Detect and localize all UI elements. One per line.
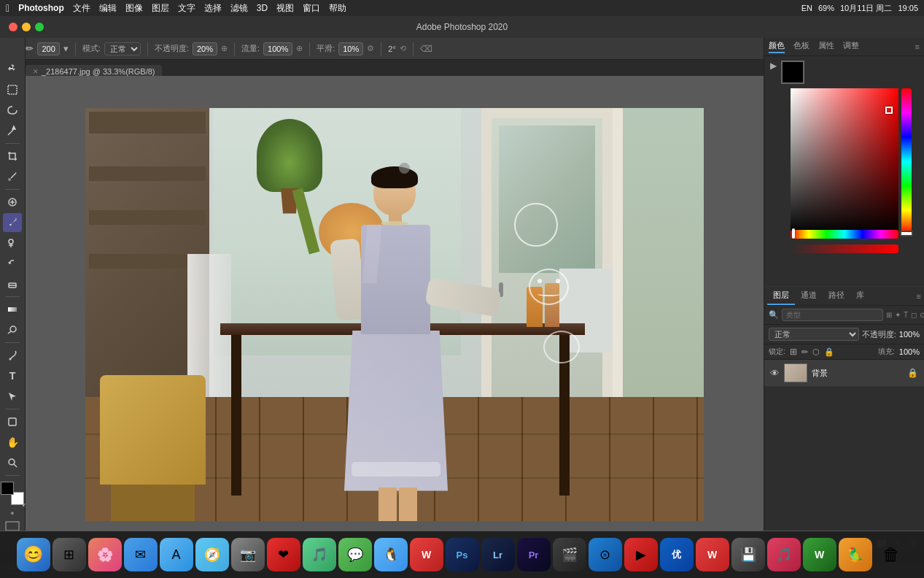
dock-wechat[interactable]: 💬 bbox=[338, 538, 372, 571]
lock-position-icon[interactable]: ✏ bbox=[801, 347, 808, 357]
quick-mask-btn[interactable]: ● bbox=[10, 509, 14, 517]
magic-wand-tool[interactable] bbox=[3, 121, 22, 140]
panel-menu-icon[interactable]: ≡ bbox=[915, 42, 920, 51]
brush-tool active[interactable] bbox=[3, 213, 22, 232]
filter-smart-icon[interactable]: ⊙ bbox=[920, 311, 924, 319]
dock-itunes[interactable]: 🎵 bbox=[767, 538, 801, 571]
maximize-button[interactable] bbox=[35, 23, 44, 31]
dock-photoshop[interactable]: Ps bbox=[446, 538, 479, 571]
close-button[interactable] bbox=[9, 23, 18, 31]
clone-stamp-tool[interactable] bbox=[3, 234, 22, 253]
blend-mode-select[interactable]: 正常 bbox=[104, 42, 141, 55]
layer-filter-input[interactable] bbox=[782, 309, 883, 321]
menu-help[interactable]: 帮助 bbox=[329, 2, 346, 15]
lock-artboard-icon[interactable]: ⬡ bbox=[812, 347, 820, 357]
menu-window[interactable]: 窗口 bbox=[303, 2, 320, 15]
alpha-slider[interactable] bbox=[791, 244, 898, 253]
dock-wps[interactable]: W bbox=[410, 538, 443, 571]
dock-finder[interactable]: 😊 bbox=[17, 538, 50, 571]
hand-tool[interactable]: ✋ bbox=[3, 433, 22, 452]
app-name-menu[interactable]: Photoshop bbox=[18, 3, 64, 13]
file-tab[interactable]: ✕ _2186477.jpg @ 33.3%(RGB/8) bbox=[26, 65, 162, 76]
dock-trash[interactable]: 🗑 bbox=[874, 538, 908, 571]
dock-qq[interactable]: 🐧 bbox=[374, 538, 408, 571]
dock-app-red[interactable]: ❤ bbox=[267, 538, 300, 571]
pressure-flow-icon[interactable]: ⊕ bbox=[296, 44, 303, 53]
dock-premiere[interactable]: Pr bbox=[517, 538, 551, 571]
smooth-value[interactable]: 10% bbox=[338, 42, 363, 55]
rotate-icon[interactable]: ⟲ bbox=[400, 44, 406, 53]
dock-wps3[interactable]: W bbox=[803, 538, 836, 571]
minimize-button[interactable] bbox=[22, 23, 31, 31]
menu-file[interactable]: 文件 bbox=[73, 2, 90, 15]
menu-image[interactable]: 图像 bbox=[125, 2, 143, 15]
opacity-value[interactable]: 20% bbox=[193, 42, 217, 55]
tab-swatches[interactable]: 色板 bbox=[793, 40, 810, 53]
filter-shape-icon[interactable]: ◻ bbox=[911, 311, 917, 319]
gradient-tool[interactable] bbox=[3, 300, 22, 319]
dock-app-red2[interactable]: ▶ bbox=[624, 538, 658, 571]
layer-blend-select[interactable]: 正常 bbox=[769, 328, 859, 341]
dock-youku[interactable]: 优 bbox=[660, 538, 694, 571]
brush-size-display[interactable]: 200 bbox=[37, 42, 59, 55]
dock-photos[interactable]: 🌸 bbox=[88, 538, 122, 571]
spectrum-bar[interactable] bbox=[901, 88, 912, 234]
tab-layers[interactable]: 图层 bbox=[767, 287, 795, 305]
menu-type[interactable]: 文字 bbox=[178, 2, 195, 15]
foreground-color-picker[interactable] bbox=[781, 61, 804, 84]
flow-value[interactable]: 100% bbox=[263, 42, 292, 55]
path-select-tool[interactable] bbox=[3, 387, 22, 406]
tab-properties[interactable]: 属性 bbox=[818, 40, 834, 53]
brush-options-btn[interactable]: ▾ bbox=[63, 43, 69, 54]
filter-text-icon[interactable]: T bbox=[904, 311, 908, 319]
menu-select[interactable]: 选择 bbox=[204, 2, 222, 15]
tab-paths[interactable]: 路径 bbox=[823, 287, 850, 305]
dock-char[interactable]: 🦜 bbox=[839, 538, 872, 571]
menu-filter[interactable]: 滤镜 bbox=[230, 2, 248, 15]
lock-all-icon[interactable]: 🔒 bbox=[824, 347, 834, 357]
filter-adj-icon[interactable]: ✦ bbox=[895, 311, 901, 319]
pressure-opacity-icon[interactable]: ⊕ bbox=[221, 44, 228, 53]
lasso-tool[interactable] bbox=[3, 101, 22, 120]
dock-music[interactable]: 🎵 bbox=[303, 538, 336, 571]
close-tab-icon[interactable]: ✕ bbox=[33, 68, 39, 75]
dodge-tool[interactable] bbox=[3, 320, 22, 339]
crop-tool[interactable] bbox=[3, 147, 22, 166]
layer-row-background[interactable]: 👁 背景 🔒 bbox=[764, 360, 924, 387]
type-tool[interactable]: T bbox=[3, 366, 22, 385]
dock-wps2[interactable]: W bbox=[696, 538, 729, 571]
fill-value[interactable]: 100% bbox=[899, 347, 920, 356]
menu-3d[interactable]: 3D bbox=[257, 3, 268, 13]
apple-menu[interactable]:  bbox=[6, 2, 9, 14]
filter-type-icon[interactable]: ⊞ bbox=[886, 311, 892, 319]
hue-slider[interactable] bbox=[791, 230, 898, 239]
tab-adjustments[interactable]: 调整 bbox=[843, 40, 859, 53]
shape-tool[interactable] bbox=[3, 412, 22, 431]
eraser-tool[interactable] bbox=[3, 274, 22, 293]
menu-edit[interactable]: 编辑 bbox=[99, 2, 117, 15]
color-preview-toggle[interactable]: ▶ bbox=[770, 61, 777, 71]
move-tool[interactable] bbox=[3, 60, 22, 79]
dock-video[interactable]: 🎬 bbox=[553, 538, 586, 571]
dock-camera[interactable]: 📷 bbox=[231, 538, 265, 571]
window-controls[interactable] bbox=[9, 23, 44, 31]
zoom-tool[interactable] bbox=[3, 453, 22, 472]
lock-pixels-icon[interactable]: ⊞ bbox=[790, 347, 797, 357]
opacity-value[interactable]: 100% bbox=[899, 330, 920, 339]
menu-layer[interactable]: 图层 bbox=[152, 2, 169, 15]
tab-channels[interactable]: 通道 bbox=[795, 287, 823, 305]
tab-library[interactable]: 库 bbox=[850, 287, 870, 305]
smooth-options-icon[interactable]: ⚙ bbox=[367, 44, 374, 53]
tab-color[interactable]: 颜色 bbox=[769, 40, 785, 53]
menu-view[interactable]: 视图 bbox=[276, 2, 294, 15]
marquee-tool[interactable] bbox=[3, 80, 22, 99]
erase-to-history-icon[interactable]: ⌫ bbox=[420, 44, 432, 54]
dock-safari[interactable]: 🧭 bbox=[195, 538, 229, 571]
layer-visibility-toggle[interactable]: 👁 bbox=[770, 368, 780, 379]
dock-appstore[interactable]: A bbox=[160, 538, 193, 571]
foreground-color-swatch[interactable] bbox=[1, 482, 14, 495]
dock-app-blue[interactable]: ⊙ bbox=[589, 538, 622, 571]
dock-mail[interactable]: ✉ bbox=[124, 538, 158, 571]
spot-heal-tool[interactable] bbox=[3, 193, 22, 212]
dock-launchpad[interactable]: ⊞ bbox=[53, 538, 86, 571]
